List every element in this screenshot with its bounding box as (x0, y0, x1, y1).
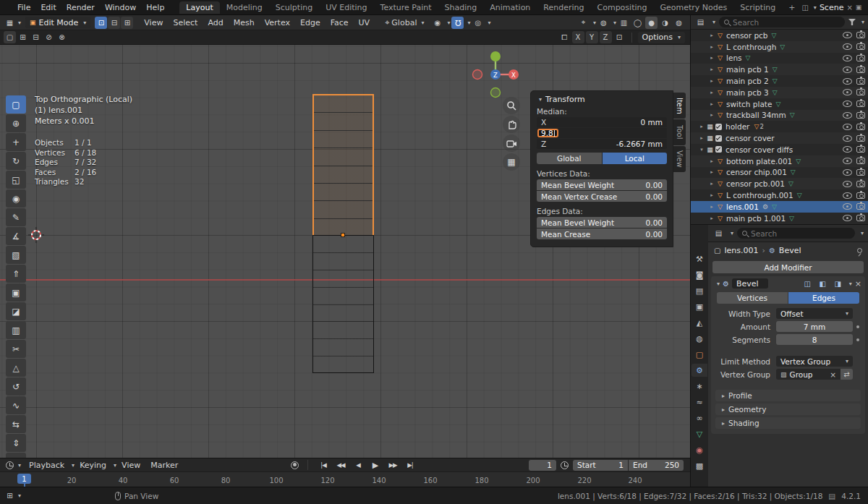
menu-select[interactable]: Select (168, 18, 203, 27)
workspace-tab-geometry-nodes[interactable]: Geometry Nodes (653, 1, 733, 14)
sidebar-tab-view[interactable]: View (673, 146, 686, 172)
tab-particles[interactable]: ∗ (692, 380, 707, 393)
disclosure-icon[interactable]: ▸ (708, 33, 715, 38)
menu-file[interactable]: File (12, 3, 35, 12)
tab-constraints[interactable]: ∞ (692, 411, 707, 424)
options-dropdown[interactable]: Options ▾ (638, 32, 685, 43)
menu-mesh[interactable]: Mesh (229, 18, 260, 27)
menu-add[interactable]: Add (203, 18, 228, 27)
section-geometry[interactable]: ▸Geometry (715, 403, 861, 415)
select-mode-vertex[interactable]: ⊡ (95, 17, 107, 29)
render-visibility-icon[interactable] (856, 43, 865, 50)
section-profile[interactable]: ▸Profile (715, 390, 861, 401)
transform-panel-header[interactable]: ▾ Transform (537, 95, 667, 104)
properties-search-input[interactable] (751, 229, 850, 238)
hide-icon[interactable] (843, 78, 852, 85)
collection-checkbox[interactable] (715, 146, 722, 153)
bevel-affect-edges-button[interactable]: Edges (788, 292, 859, 304)
disclosure-icon[interactable]: ▸ (698, 135, 705, 141)
workspace-tab-shading[interactable]: Shading (438, 1, 484, 14)
collection-checkbox[interactable] (715, 135, 722, 142)
filter-icon[interactable] (848, 19, 856, 25)
tab-tool[interactable]: ⚒ (692, 252, 707, 265)
select-mode-extend-icon[interactable]: ⊞ (17, 31, 29, 43)
outliner-item[interactable]: ▸▽lens▽ (691, 53, 868, 64)
play-reverse-button[interactable]: ◀ (352, 460, 365, 471)
current-frame-field[interactable]: 1 (529, 460, 556, 471)
animate-dot-icon[interactable] (856, 325, 859, 328)
hide-icon[interactable] (843, 146, 852, 153)
hide-icon[interactable] (843, 124, 852, 130)
outliner-item[interactable]: ▸▽censor pcb▽ (691, 30, 868, 41)
tab-material[interactable]: ◉ (692, 443, 707, 456)
shading-material-icon[interactable]: ◑ (659, 17, 671, 29)
render-visibility-icon[interactable] (856, 158, 865, 164)
render-visibility-icon[interactable] (856, 32, 865, 38)
hide-icon[interactable] (843, 112, 852, 119)
tab-render[interactable]: ◙ (692, 268, 707, 281)
display-render-icon[interactable]: ◨ (832, 278, 844, 290)
snap-target-icon[interactable]: ⊡ (613, 31, 626, 43)
workspace-tab-layout[interactable]: Layout (179, 1, 219, 14)
panel-divider[interactable] (690, 15, 691, 487)
orientation-selector[interactable]: ⌖ Global ▾ (385, 18, 424, 27)
render-visibility-icon[interactable] (856, 192, 865, 199)
select-mode-intersect-icon[interactable]: ⊗ (56, 31, 68, 43)
hide-icon[interactable] (843, 135, 852, 142)
tool-measure[interactable]: ∡ (6, 227, 26, 245)
hide-icon[interactable] (843, 67, 852, 73)
outliner-editor-icon[interactable]: ▤ (694, 16, 707, 28)
outliner-item[interactable]: ▸▽censor pcb.001▽ (691, 178, 868, 189)
disclosure-icon[interactable]: ▸ (708, 44, 715, 50)
tool-knife[interactable]: ✂ (6, 340, 26, 358)
tab-object-data[interactable]: ▽ (692, 427, 707, 440)
disclosure-icon[interactable]: ▸ (708, 55, 715, 61)
render-visibility-icon[interactable] (856, 67, 865, 73)
tool-inset-faces[interactable]: ▣ (6, 283, 26, 302)
hide-icon[interactable] (843, 181, 852, 187)
vertex-mean-bevel-weight-field[interactable]: Mean Bevel Weight 0.00 (537, 179, 667, 190)
tool-spin[interactable]: ↺ (6, 377, 26, 396)
mean-vertex-crease-field[interactable]: Mean Vertex Crease 0.00 (537, 191, 667, 202)
shading-wireframe-icon[interactable]: ◯ (631, 17, 644, 29)
hide-icon[interactable] (843, 158, 852, 164)
mirror-x-button[interactable]: X (572, 31, 584, 43)
outliner-search-input[interactable] (733, 18, 840, 27)
panel-collapse-icon[interactable]: ▾ (717, 281, 720, 287)
render-visibility-icon[interactable] (856, 112, 865, 119)
properties-search[interactable] (737, 228, 855, 239)
median-z-field[interactable]: Z -6.2667 mm (537, 139, 667, 149)
disclosure-icon[interactable]: ▸ (708, 215, 715, 221)
median-y-editbox[interactable]: 9.8 (537, 129, 558, 137)
viewport-canvas[interactable]: ▢ ⊕ + ↻ ◱ ◉ ✎ ∡ ▧ ⇑ ▣ ◪ ▥ ✂ △ ↺ ∿ ⇆ ⇕ ▱ … (0, 45, 691, 458)
tab-texture[interactable]: ▩ (692, 459, 707, 472)
tab-modifiers[interactable]: ⚙ (692, 364, 707, 377)
hide-icon[interactable] (843, 203, 852, 210)
timeline-editor-icon[interactable] (4, 459, 16, 471)
menu-help[interactable]: Help (141, 3, 169, 12)
amount-field[interactable]: 7 mm (776, 321, 853, 332)
play-button[interactable]: ▶ (369, 460, 382, 471)
hide-icon[interactable] (843, 43, 852, 50)
disclosure-icon[interactable]: ▸ (708, 204, 715, 210)
new-scene-icon[interactable]: ▣ (856, 4, 862, 11)
toggle-grid-button[interactable]: ▦ (503, 153, 520, 171)
tab-view-layer[interactable]: ▣ (692, 300, 707, 313)
disclosure-icon[interactable]: ▸ (708, 78, 715, 84)
navigation-gizmo[interactable]: X Z (469, 48, 522, 101)
editor-type-icon[interactable]: ▦ (4, 17, 16, 29)
tool-poly-build[interactable]: △ (6, 359, 26, 377)
disclosure-icon[interactable]: ▾ (698, 147, 705, 153)
workspace-tab-rendering[interactable]: Rendering (537, 1, 590, 14)
edge-mean-bevel-weight-field[interactable]: Mean Bevel Weight 0.00 (537, 217, 667, 228)
remove-modifier-icon[interactable]: × (855, 279, 861, 289)
render-visibility-icon[interactable] (856, 89, 865, 95)
select-mode-subtract-icon[interactable]: ⊟ (30, 31, 42, 43)
outliner-item[interactable]: ▸▽L conthrough.001▽ (691, 189, 868, 201)
menu-edit[interactable]: Edit (35, 3, 61, 12)
menu-playback[interactable]: Playback (24, 461, 69, 470)
render-visibility-icon[interactable] (856, 215, 865, 221)
vertex-group-field[interactable]: ▧Group× (776, 369, 841, 380)
menu-vertex[interactable]: Vertex (260, 18, 295, 27)
select-mode-edge[interactable]: ⊟ (108, 17, 120, 29)
